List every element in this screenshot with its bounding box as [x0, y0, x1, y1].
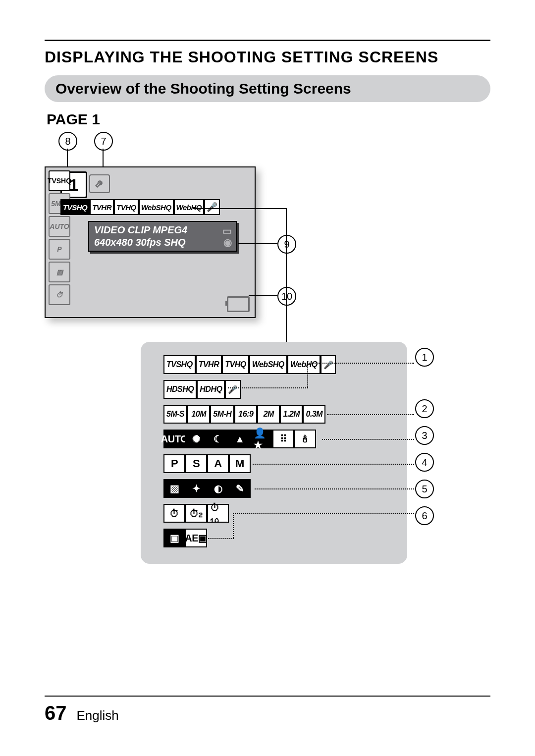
d-webshq: WebSHQ [249, 355, 287, 374]
opt-webshq: WebSHQ [139, 199, 174, 215]
opt-tvshq: TVSHQ [60, 199, 90, 215]
language-label: English [77, 708, 119, 723]
dotlead-1 [307, 363, 414, 364]
dotlead-3 [322, 439, 414, 440]
d-169: 16:9 [234, 405, 257, 424]
leader-10 [249, 295, 277, 296]
callout-2: 2 [415, 399, 434, 418]
dotlead-6 [233, 513, 414, 514]
d-sports: ✺ [185, 430, 207, 448]
d-nofilter: ▨ [163, 479, 185, 498]
videocam-icon: ▭ [222, 225, 232, 237]
d-mic-a: 🎤 [321, 355, 336, 374]
callout-4: 4 [415, 453, 434, 472]
d-hdshq: HDSHQ [163, 380, 197, 399]
dotlead-6b [233, 513, 234, 538]
dotlead-2 [327, 414, 414, 415]
d-timer-2: ⏱₂ [185, 504, 207, 523]
dotlead-4 [253, 464, 414, 465]
d-tvhr: TVHR [196, 355, 222, 374]
callout-8: 8 [58, 132, 77, 151]
detail-row-video-a: TVSHQ TVHR TVHQ WebSHQ WebHQ 🎤 [163, 355, 407, 375]
camera-icon: ◉ [223, 236, 232, 249]
d-5ms: 5M-S [163, 405, 187, 424]
detail-row-bracket: ▣ AE▣ [163, 528, 407, 548]
d-snow: ⠿ [272, 430, 294, 448]
sidebar-filter: ▨ [49, 262, 70, 282]
detail-row-video-b: HDSHQ HDHQ 🎤 [163, 379, 407, 399]
opt-tvhr: TVHR [90, 199, 114, 215]
sidebar-scene: AUTO [49, 216, 70, 237]
leader-detail-h [193, 208, 286, 209]
manual-page: DISPLAYING THE SHOOTING SETTING SCREENS … [0, 0, 535, 756]
callout-1: 1 [415, 348, 434, 367]
d-2m: 2M [257, 405, 280, 424]
lcd-screen: 1 TVSHQ 5M-S AUTO P ▨ ⏱ TVSHQ TVHR TVHQ [45, 166, 256, 318]
d-p: P [163, 454, 185, 473]
callout-9: 9 [277, 235, 296, 254]
leader-detail [286, 208, 287, 342]
d-land: ▲ [229, 430, 251, 448]
d-10m: 10M [187, 405, 210, 424]
d-12m: 1.2M [280, 405, 303, 424]
detail-callouts: 1 2 3 4 5 6 [415, 348, 434, 525]
d-s: S [185, 454, 207, 473]
lcd-option-row: TVSHQ TVHR TVHQ WebSHQ WebHQ 🎤 [60, 199, 220, 215]
d-timer-10: ⏱₁₀ [207, 504, 229, 523]
section-title-bar: Overview of the Shooting Setting Screens [45, 75, 490, 102]
d-sketch: ✎ [229, 479, 251, 498]
footer-rule [45, 696, 490, 697]
callout-3: 3 [415, 426, 434, 445]
top-rule [45, 40, 490, 41]
d-03m: 0.3M [303, 405, 325, 424]
lcd-description: ▭ VIDEO CLIP MPEG4 640x480 30fps SHQ ◉ [88, 221, 237, 252]
d-timer-off: ⏱ [163, 504, 185, 523]
d-tvshq: TVSHQ [163, 355, 196, 374]
dotlead-1b [307, 363, 308, 387]
d-m: M [229, 454, 251, 473]
d-cosmetic: ✦ [185, 479, 207, 498]
d-lamp: 🕯 [294, 430, 316, 448]
dotlead-5 [255, 488, 414, 489]
d-5mh: 5M-H [210, 405, 234, 424]
dotlead-6c [208, 538, 234, 539]
sidebar-exposure-mode: P [49, 239, 70, 260]
chapter-title: DISPLAYING THE SHOOTING SETTING SCREENS [45, 48, 490, 66]
dotlead-1c [228, 387, 308, 388]
callout-6: 6 [415, 506, 434, 525]
d-tvhq: TVHQ [222, 355, 249, 374]
desc-line1: VIDEO CLIP MPEG4 [94, 224, 231, 236]
callout-10: 10 [277, 287, 296, 306]
d-night: ☾ [207, 430, 229, 448]
opt-webhq: WebHQ [174, 199, 204, 215]
lcd-diagram: 8 7 1 TVSHQ 5M-S AUTO P ▨ ⏱ [45, 132, 490, 350]
page-label: PAGE 1 [47, 111, 490, 128]
d-webhq: WebHQ [287, 355, 321, 374]
d-aeb: AE▣ [185, 529, 207, 547]
detail-panel: TVSHQ TVHR TVHQ WebSHQ WebHQ 🎤 HDSHQ HDH… [141, 342, 407, 564]
opt-mic: 🎤 [204, 199, 220, 215]
setup-tab [89, 174, 110, 193]
wrench-icon [94, 178, 105, 189]
d-burst: ▣ [163, 529, 185, 547]
sidebar-selftimer: ⏱ [49, 284, 70, 305]
callout-7: 7 [94, 132, 113, 151]
desc-line2: 640x480 30fps SHQ [94, 236, 231, 249]
leader-9 [238, 243, 277, 244]
page-footer: 67 English [45, 702, 119, 724]
sidebar-video-quality: TVSHQ [49, 170, 70, 191]
lcd-sidebar: TVSHQ 5M-S AUTO P ▨ ⏱ [49, 170, 72, 314]
callout-5: 5 [415, 480, 434, 498]
opt-tvhq: TVHQ [114, 199, 139, 215]
d-a: A [207, 454, 229, 473]
d-portrait: 👤★ [251, 430, 272, 448]
d-auto: AUTO [163, 430, 185, 448]
page-number: 67 [45, 702, 67, 724]
d-mono: ◐ [207, 479, 229, 498]
battery-icon [227, 296, 250, 312]
d-hdhq: HDHQ [197, 380, 225, 399]
d-mic-b: 🎤 [225, 380, 241, 399]
